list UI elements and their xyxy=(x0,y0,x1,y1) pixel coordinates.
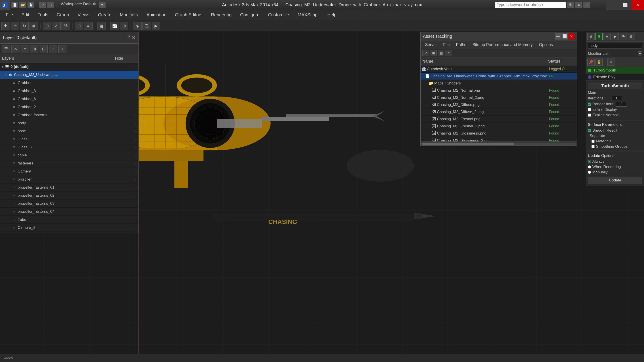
minimize-btn[interactable]: — xyxy=(606,0,619,10)
new-file-btn[interactable]: 📄 xyxy=(11,2,18,8)
mod-pin-btn[interactable]: 📌 xyxy=(588,58,594,66)
maximize-btn[interactable]: ⬜ xyxy=(619,0,632,10)
object-name-input[interactable] xyxy=(588,43,642,49)
align-btn[interactable]: ≡ xyxy=(84,22,92,30)
menu-graph-editors[interactable]: Graph Editors xyxy=(171,11,206,19)
layer-panel-help[interactable]: ? xyxy=(128,35,130,41)
layer-item[interactable]: ○Camera_5··· xyxy=(0,224,138,232)
when-rendering-radio[interactable] xyxy=(588,165,591,168)
asset-row[interactable]: 🖼Chasing_M2_Glossiness_2.pngFound xyxy=(420,137,577,141)
asset-row[interactable]: 📁Maps / Shaders xyxy=(420,80,577,87)
asset-menu-bitmap[interactable]: Bitmap Performance and Memory xyxy=(470,41,535,48)
layer-btn-6[interactable]: ↑ xyxy=(49,45,57,53)
menu-file[interactable]: File xyxy=(2,11,17,19)
asset-table-body[interactable]: 🏦Autodesk VaultLogged Out📄Chasing_M2_Und… xyxy=(420,65,577,141)
layer-item[interactable]: ○connectors··· xyxy=(0,232,138,233)
layer-item[interactable]: ○cable··· xyxy=(0,151,138,159)
layer-item[interactable]: ○Grabber_3··· xyxy=(0,87,138,95)
rp-utils-btn[interactable]: ⚙ xyxy=(628,33,635,40)
asset-tb-1[interactable]: ? xyxy=(422,50,429,56)
asset-maximize-btn[interactable]: ⬜ xyxy=(562,33,568,39)
menu-customize[interactable]: Customize xyxy=(264,11,293,19)
layer-item[interactable]: ○Grabber_2··· xyxy=(0,103,138,111)
asset-row[interactable]: 🖼Chasing_M2_Normal_2.pngFound xyxy=(420,94,577,101)
search-options-btn[interactable]: ≡ xyxy=(575,2,582,8)
layer-panel-close[interactable]: ✕ xyxy=(132,35,136,41)
layer-item[interactable]: ○proroller··· xyxy=(0,175,138,183)
asset-menu-options[interactable]: Options xyxy=(536,41,556,48)
asset-minimize-btn[interactable]: — xyxy=(555,33,561,39)
save-file-btn[interactable]: 💾 xyxy=(27,2,34,8)
percent-snap-btn[interactable]: % xyxy=(62,22,70,30)
ts-render-iters-check[interactable] xyxy=(588,103,591,106)
layer-list[interactable]: ▼☰0 (default)···▷⊕Chasing_M2_Underwater_… xyxy=(0,63,138,233)
redo-btn[interactable]: ↪ xyxy=(47,2,54,8)
layer-btn[interactable]: ▦ xyxy=(97,22,106,30)
material-editor-btn[interactable]: ◈ xyxy=(133,22,142,30)
ts-iterations-input[interactable] xyxy=(612,96,623,101)
asset-scrollbar-thumb[interactable] xyxy=(422,143,514,145)
menu-maxscript[interactable]: MAXScript xyxy=(294,11,323,19)
rp-motion-btn[interactable]: ▶ xyxy=(612,33,619,40)
layer-item[interactable]: ○Grabber_fasterns··· xyxy=(0,111,138,119)
menu-configure[interactable]: Configure xyxy=(236,11,264,19)
smooth-result-check[interactable] xyxy=(588,129,591,132)
rp-modify-btn[interactable]: ⊞ xyxy=(596,33,603,40)
search-btn[interactable]: 🔍 xyxy=(567,2,574,8)
layer-item[interactable]: ○Grabber··· xyxy=(0,79,138,87)
update-button[interactable]: Update xyxy=(588,177,642,184)
workspace-dropdown[interactable]: ▼ xyxy=(98,2,106,8)
layer-btn-5[interactable]: ⊟ xyxy=(40,45,48,53)
ts-explicit-normals-check[interactable] xyxy=(588,113,591,117)
asset-row[interactable]: 🖼Chasing_M2_Fresnel.pngFound xyxy=(420,115,577,123)
layer-item[interactable]: ○Grabber_6··· xyxy=(0,95,138,103)
render-scene-btn[interactable]: 🎬 xyxy=(142,22,151,30)
asset-tb-2[interactable]: ⊞ xyxy=(430,50,437,56)
asset-row[interactable]: 🏦Autodesk VaultLogged Out xyxy=(420,65,577,73)
open-file-btn[interactable]: 📂 xyxy=(19,2,26,8)
layer-btn-4[interactable]: ⊞ xyxy=(30,45,38,53)
asset-tb-3[interactable]: ▦ xyxy=(438,50,444,56)
modifier-turbosmooth[interactable]: TurboSmooth xyxy=(586,67,644,74)
asset-row[interactable]: 🖼Chasing_M2_Diffuse.pngFound xyxy=(420,101,577,108)
modifier-editable-poly[interactable]: Editable Poly xyxy=(586,74,644,80)
asset-row[interactable]: 🖼Chasing_M2_Glossiness.pngFound xyxy=(420,130,577,137)
ts-render-iters-input[interactable] xyxy=(616,102,627,107)
menu-tools[interactable]: Tools xyxy=(34,11,52,19)
mod-config-btn[interactable]: ⚙ xyxy=(607,58,614,66)
rotate-btn[interactable]: ↻ xyxy=(20,22,28,30)
move-btn[interactable]: ✛ xyxy=(11,22,19,30)
help-btn[interactable]: ? xyxy=(583,2,590,8)
layer-btn-7[interactable]: ↓ xyxy=(58,45,66,53)
asset-scrollbar[interactable] xyxy=(420,141,577,145)
layer-item[interactable]: ○Glass_3··· xyxy=(0,143,138,151)
asset-row[interactable]: 🖼Chasing_M2_Fresnel_2.pngFound xyxy=(420,123,577,130)
menu-help[interactable]: Help xyxy=(323,11,340,19)
asset-menu-server[interactable]: Server xyxy=(422,41,440,48)
asset-close-btn[interactable]: ✕ xyxy=(568,33,574,39)
mirror-btn[interactable]: ⊟ xyxy=(75,22,83,30)
search-input[interactable] xyxy=(495,2,566,8)
materials-check[interactable] xyxy=(592,140,594,143)
close-btn[interactable]: ✕ xyxy=(632,0,644,10)
ts-isoline-check[interactable] xyxy=(588,108,591,111)
rp-display-btn[interactable]: ⊕ xyxy=(588,33,594,40)
layer-item[interactable]: ○propeller_fasterns_02··· xyxy=(0,192,138,200)
asset-row[interactable]: 🖼Chasing_M2_Diffuse_2.pngFound xyxy=(420,108,577,115)
menu-views[interactable]: Views xyxy=(74,11,94,19)
rp-display2-btn[interactable]: 👁 xyxy=(620,33,627,40)
rp-hierarchy-btn[interactable]: ≡ xyxy=(604,33,611,40)
menu-modifiers[interactable]: Modifiers xyxy=(116,11,142,19)
menu-animation[interactable]: Animation xyxy=(142,11,170,19)
menu-group[interactable]: Group xyxy=(52,11,73,19)
layer-item[interactable]: ○base··· xyxy=(0,127,138,135)
layer-item[interactable]: ○Glass··· xyxy=(0,135,138,143)
angle-snap-btn[interactable]: ∠ xyxy=(52,22,60,30)
layer-item[interactable]: ○Camera··· xyxy=(0,167,138,175)
asset-row[interactable]: 📄Chasing_M2_Underwater_Drone_with_Grabbe… xyxy=(420,73,577,80)
layer-item[interactable]: ▷⊕Chasing_M2_Underwater_Drone_with_Grabb… xyxy=(0,71,138,79)
asset-menu-paths[interactable]: Paths xyxy=(453,41,469,48)
layer-item[interactable]: ○propeller_fasterns_04··· xyxy=(0,208,138,216)
layer-btn-3[interactable]: + xyxy=(21,45,29,53)
curve-editor-btn[interactable]: 📈 xyxy=(110,22,119,30)
